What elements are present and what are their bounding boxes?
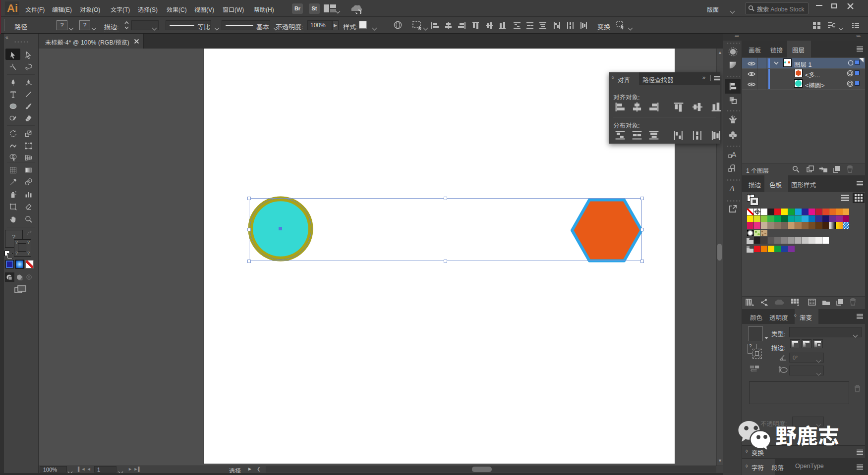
svg-text:A: A xyxy=(732,151,737,158)
svg-text:A: A xyxy=(729,184,735,193)
